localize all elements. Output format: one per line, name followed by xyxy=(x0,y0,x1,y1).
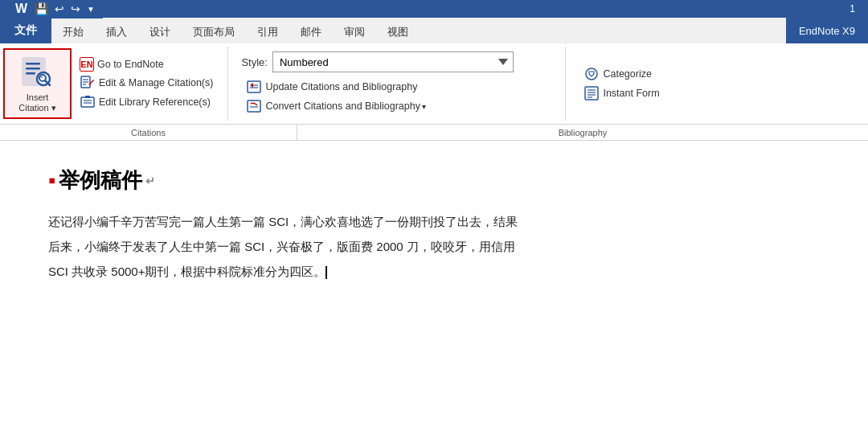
doc-paragraph-2: 后来，小编终于发表了人生中第一篇 SCI，兴奋极了，版面费 2000 刀，咬咬牙… xyxy=(48,236,836,257)
section-labels: Citations Bibliography xyxy=(0,125,868,141)
heading-mark: ↵ xyxy=(145,174,155,187)
citation-commands: EN Go to EndNote Edit & Manage Citation(… xyxy=(75,47,228,121)
text-cursor xyxy=(326,266,327,279)
categorize-button[interactable]: Categorize xyxy=(579,64,664,84)
dropdown-icon[interactable]: ▼ xyxy=(85,5,96,14)
quick-access-toolbar: W 💾 ↩ ↪ ▼ xyxy=(6,0,103,18)
style-select[interactable]: Numbered Author-Date Vancouver APA MLA C… xyxy=(272,51,514,72)
save-icon[interactable]: 💾 xyxy=(33,2,50,15)
title-text: 1 xyxy=(850,3,855,14)
svg-text:": " xyxy=(40,76,43,81)
svg-rect-12 xyxy=(81,97,94,107)
tab-layout[interactable]: 页面布局 xyxy=(182,18,246,43)
citations-section-label: Citations xyxy=(0,125,297,140)
edit-citation-icon xyxy=(80,75,96,91)
redo-icon[interactable]: ↪ xyxy=(69,2,82,15)
doc-paragraph-1: 还记得小编千辛万苦写完一篇人生第一篇 SCI，满心欢喜地选了一份期刊投了出去，结… xyxy=(48,211,836,232)
insert-citation-button[interactable]: " Insert Citation ▾ xyxy=(3,48,72,119)
tab-view[interactable]: 视图 xyxy=(376,18,420,43)
bibliography-section-label: Bibliography xyxy=(297,125,868,140)
svg-rect-1 xyxy=(26,63,40,65)
instant-form-button[interactable]: Instant Form xyxy=(579,84,664,103)
style-area: Style: Numbered Author-Date Vancouver AP… xyxy=(228,47,566,121)
bullet-char: ▪ xyxy=(48,168,55,193)
bib-commands: Update Citations and Bibliography Conver… xyxy=(241,77,552,116)
word-icon: W xyxy=(13,1,30,17)
insert-citation-label: Insert Citation ▾ xyxy=(18,92,55,113)
svg-rect-3 xyxy=(26,72,35,75)
tab-file[interactable]: 文件 xyxy=(0,18,51,43)
tab-bar: 文件 开始 插入 设计 页面布局 引用 邮件 审阅 视图 EndNote X9 xyxy=(0,18,868,43)
style-row: Style: Numbered Author-Date Vancouver AP… xyxy=(241,51,552,72)
undo-icon[interactable]: ↩ xyxy=(53,2,66,15)
tab-mailings[interactable]: 邮件 xyxy=(289,18,333,43)
edit-library-icon xyxy=(80,94,96,110)
edit-library-button[interactable]: Edit Library Reference(s) xyxy=(75,92,218,112)
convert-citations-icon xyxy=(246,98,262,114)
goto-endnote-icon: EN xyxy=(80,57,94,72)
toolbar: " Insert Citation ▾ EN Go to EndNote xyxy=(0,43,868,125)
style-label: Style: xyxy=(241,56,268,68)
convert-citations-button[interactable]: Convert Citations and Bibliography ▾ xyxy=(241,96,552,116)
doc-heading: ▪ 举例稿件 ↵ xyxy=(48,166,836,195)
tab-references[interactable]: 引用 xyxy=(246,18,289,43)
tab-design[interactable]: 设计 xyxy=(138,18,182,43)
title-bar: W 💾 ↩ ↪ ▼ 1 xyxy=(0,0,868,18)
svg-rect-2 xyxy=(26,68,40,70)
svg-rect-15 xyxy=(85,96,90,98)
tab-review[interactable]: 审阅 xyxy=(333,18,376,43)
edit-citation-button[interactable]: Edit & Manage Citation(s) xyxy=(75,73,218,92)
update-citations-button[interactable]: Update Citations and Bibliography xyxy=(241,77,552,96)
svg-rect-19 xyxy=(248,101,260,112)
right-commands: Categorize Instant Form xyxy=(566,47,677,121)
svg-rect-16 xyxy=(248,81,260,92)
tab-insert[interactable]: 插入 xyxy=(95,18,138,43)
svg-point-21 xyxy=(586,68,597,80)
document-content: ▪ 举例稿件 ↵ 还记得小编千辛万苦写完一篇人生第一篇 SCI，满心欢喜地选了一… xyxy=(0,141,868,305)
doc-paragraph-3: SCI 共收录 5000+期刊，根据中科院标准分为四区。 xyxy=(48,261,836,282)
insert-citation-icon: " xyxy=(18,54,57,92)
goto-endnote-button[interactable]: EN Go to EndNote xyxy=(75,55,218,73)
categorize-icon xyxy=(583,66,600,82)
tab-endnote[interactable]: EndNote X9 xyxy=(786,18,868,43)
tab-home[interactable]: 开始 xyxy=(51,18,95,43)
instant-form-icon xyxy=(583,85,600,101)
update-citations-icon xyxy=(246,79,262,95)
